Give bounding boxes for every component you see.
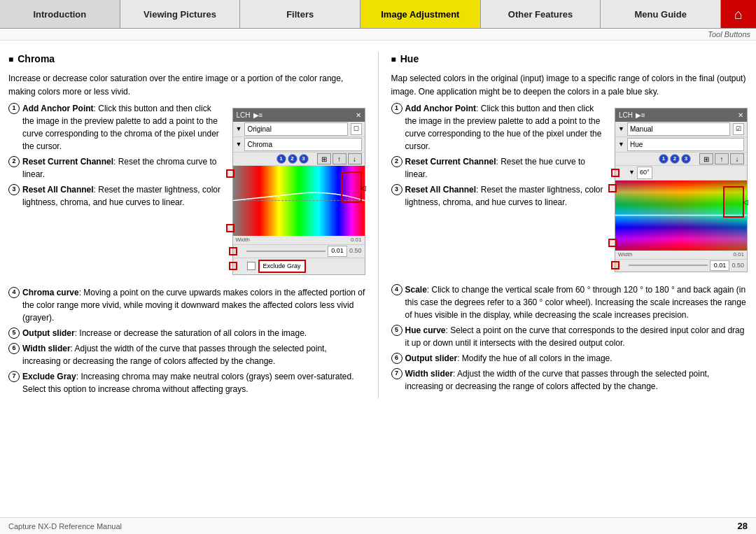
red-indicator-6 (229, 247, 237, 255)
nav-viewing-pictures[interactable]: Viewing Pictures (120, 0, 241, 28)
panel-checkbox[interactable]: ☐ (351, 123, 362, 136)
navigation-bar: Introduction Viewing Pictures Filters Im… (0, 0, 756, 29)
panel-chroma-row: ▼ Chroma (233, 137, 365, 153)
hue-ctrl-2[interactable]: 2 (670, 154, 680, 164)
page-number: 28 (738, 521, 748, 531)
chroma-title: Chroma (8, 52, 365, 66)
ctrl-2[interactable]: 2 (288, 154, 298, 164)
nav-other-features[interactable]: Other Features (481, 0, 601, 28)
hue-panel-hue-row: ▼ Hue (615, 137, 747, 153)
exclude-gray-button[interactable]: Exclude Gray (258, 260, 306, 274)
arrow-degree: ▼ (629, 168, 635, 178)
item-text: Reset Current Channel: Reset the chroma … (22, 155, 225, 181)
hue-slider-max: 0.50 (732, 261, 744, 271)
hue-slider-row: 0.01 0.50 (615, 259, 747, 272)
red-indicator-4 (226, 169, 234, 178)
chroma-intro: Increase or decrease color saturation ov… (8, 72, 365, 98)
hue-ctrl-btn-3[interactable]: ↓ (730, 153, 744, 164)
item-number: 5 (8, 328, 20, 339)
list-item: 5 Output slider: Increase or decrease th… (8, 327, 365, 339)
hue-degree-row: ▼ 60° (615, 166, 747, 181)
item-number: 3 (8, 184, 20, 195)
red-indicator-hue-5 (608, 184, 617, 192)
home-icon: ⌂ (734, 6, 743, 22)
red-indicator-hue-4 (611, 169, 620, 177)
column-divider (378, 52, 379, 398)
hue-panel: LCH ▶≡ ✕ ▼ Manual ☑ ▼ Hue 1 2 3 (615, 108, 748, 272)
item-text: Add Anchor Point: Click this button and … (22, 102, 225, 153)
hue-dropdown[interactable]: Hue (627, 138, 744, 151)
manual-label: Capture NX-D Reference Manual (8, 522, 122, 531)
nav-filters[interactable]: Filters (240, 0, 360, 28)
scale-row: Width 0.01 (233, 236, 365, 244)
red-box-panel: ◁ (341, 171, 362, 203)
hue-panel-menu-icon: ▶≡ (636, 110, 645, 120)
panel-menu-icon: ▶≡ (253, 110, 263, 120)
item-text: Reset All Channel: Reset the master ligh… (22, 183, 225, 209)
item-number: 5 (391, 325, 402, 336)
nav-image-adjustment[interactable]: Image Adjustment (360, 0, 481, 28)
list-item: 1 Add Anchor Point: Click this button an… (8, 102, 225, 153)
panel-header: LCH ▶≡ ✕ (233, 108, 365, 122)
hue-ctrl-btn-1[interactable]: ⊞ (699, 153, 713, 164)
checkbox-icon[interactable] (247, 262, 255, 270)
red-indicator-5 (226, 224, 234, 232)
panel-controls: 1 2 3 ⊞ ↑ ↓ (233, 153, 365, 166)
output-arrow: ◁ (360, 182, 366, 192)
chroma-gradient-container: ◁ (233, 166, 365, 236)
manual-dropdown[interactable]: Manual (627, 122, 730, 136)
hue-panel-header: LCH ▶≡ ✕ (615, 108, 747, 122)
item-number: 4 (391, 284, 402, 295)
slider-value: 0.01 (328, 246, 347, 257)
item-text: Width slider: Adjust the width of the cu… (405, 367, 748, 393)
hue-panel-close-icon[interactable]: ✕ (738, 110, 743, 120)
item-text: Add Anchor Point: Click this button and … (405, 102, 608, 153)
list-item: 3 Reset All Channel: Reset the master li… (8, 183, 225, 209)
hue-ctrl-btn-2[interactable]: ↑ (715, 153, 729, 164)
list-item: 4 Scale: Click to change the vertical sc… (391, 283, 748, 321)
ctrl-3[interactable]: 3 (299, 154, 309, 164)
degree-value[interactable]: 60° (637, 167, 652, 179)
item-number: 1 (391, 103, 402, 114)
panel-footer: Exclude Gray (233, 258, 365, 275)
list-item: 7 Width slider: Adjust the width of the … (391, 367, 748, 393)
list-item: 2 Reset Current Channel: Reset the chrom… (8, 155, 225, 181)
original-dropdown[interactable]: Original (244, 122, 347, 136)
list-item: 6 Output slider: Modify the hue of all c… (391, 352, 748, 365)
list-item: 1 Add Anchor Point: Click this button an… (391, 102, 608, 153)
item-number: 6 (8, 343, 20, 354)
ctrl-btn-3[interactable]: ↓ (348, 153, 362, 164)
hue-slider-line[interactable] (629, 265, 708, 266)
panel-arrow: ▼ (618, 125, 624, 134)
page-footer: Capture NX-D Reference Manual 28 (0, 517, 756, 534)
hue-ctrl-3[interactable]: 3 (681, 154, 691, 164)
nav-home-button[interactable]: ⌂ (721, 0, 756, 28)
hue-panel-controls: 1 2 3 ⊞ ↑ ↓ (615, 153, 747, 166)
panel-close-icon[interactable]: ✕ (356, 110, 361, 120)
nav-introduction[interactable]: Introduction (0, 0, 120, 28)
item-number: 2 (8, 156, 20, 167)
item-text: Output slider: Modify the hue of all col… (405, 352, 612, 365)
ctrl-1[interactable]: 1 (276, 154, 286, 164)
list-item: 5 Hue curve: Select a point on the curve… (391, 324, 748, 349)
hue-output-arrow: ◁ (743, 197, 748, 207)
nav-menu-guide[interactable]: Menu Guide (601, 0, 721, 28)
hue-slider-value: 0.01 (710, 260, 729, 272)
item-number: 4 (8, 287, 20, 298)
chroma-dropdown[interactable]: Chroma (244, 138, 361, 151)
red-indicator-hue-7 (611, 261, 620, 269)
hue-gradient-container: ◁ (615, 181, 747, 251)
item-number: 6 (391, 353, 402, 364)
hue-ctrl-1[interactable]: 1 (659, 154, 668, 164)
item-text: Hue curve: Select a point on the curve t… (405, 324, 748, 349)
ctrl-btn-1[interactable]: ⊞ (317, 153, 331, 164)
item-text: Width slider: Adjust the width of the cu… (22, 342, 365, 367)
slider-line[interactable] (246, 251, 326, 252)
list-item: 7 Exclude Gray: Increasing chroma may ma… (8, 370, 365, 395)
ctrl-btn-2[interactable]: ↑ (332, 153, 346, 164)
panel-checkbox2[interactable]: ☑ (733, 123, 744, 136)
item-text: Output slider: Increase or decrease the … (22, 327, 307, 339)
item-number: 1 (8, 103, 20, 114)
item-text: Exclude Gray: Increasing chroma may make… (22, 370, 365, 395)
hue-section: Hue Map selected colors in the original … (391, 52, 748, 398)
